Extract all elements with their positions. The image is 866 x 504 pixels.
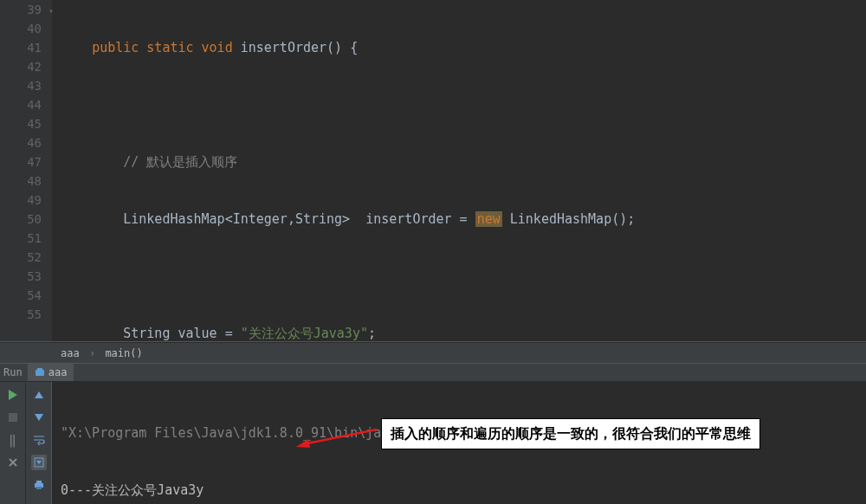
run-label: Run [3, 363, 23, 382]
run-tool-header: Run aaa [0, 363, 866, 382]
console-toolbar-left: ‖ [0, 382, 26, 504]
svg-rect-0 [36, 370, 44, 376]
run-tab-label: aaa [48, 364, 68, 381]
line-number: 48 [0, 171, 42, 191]
stop-button[interactable] [5, 410, 21, 425]
code-text: LinkedHashMap<Integer,String> insertOrde… [61, 211, 475, 227]
run-config-icon [35, 367, 45, 378]
svg-marker-4 [35, 391, 43, 398]
code-text: LinkedHashMap(); [502, 211, 636, 227]
line-number: 40 [0, 19, 42, 38]
line-number: 41 [0, 38, 42, 57]
editor-area: ▾ 39 40 41 42 43 44 45 46 47 48 49 50 51… [0, 0, 866, 342]
breadcrumb-separator: › [89, 347, 95, 359]
line-number: 53 [0, 267, 42, 286]
breadcrumb-item[interactable]: main() [105, 347, 142, 359]
rerun-button[interactable] [5, 387, 21, 403]
pause-button[interactable]: ‖ [5, 432, 21, 448]
scroll-to-end-button[interactable] [31, 455, 47, 470]
print-button[interactable] [31, 477, 47, 493]
code-text: insertOrder() { [233, 40, 359, 55]
line-number: 51 [0, 229, 42, 248]
line-number: 46 [0, 133, 42, 152]
code-editor[interactable]: public static void insertOrder() { // 默认… [52, 0, 866, 341]
code-text: String value = [61, 326, 241, 341]
keyword-new: new [475, 211, 502, 227]
console-toolbar-inner [26, 382, 52, 504]
line-number: 50 [0, 210, 42, 229]
line-number: 47 [0, 152, 42, 171]
line-number: 44 [0, 95, 42, 114]
breadcrumb-item[interactable]: aaa [61, 347, 80, 359]
line-number: 49 [0, 191, 42, 210]
line-number: 52 [0, 248, 42, 267]
run-config-tab[interactable]: aaa [28, 364, 74, 381]
line-number: 43 [0, 76, 42, 95]
exit-button[interactable] [5, 455, 21, 470]
svg-rect-10 [36, 487, 42, 489]
code-text: ; [368, 326, 376, 341]
line-number: 39 [0, 0, 42, 19]
breadcrumb: aaa › main() [0, 342, 866, 363]
down-button[interactable] [31, 410, 47, 425]
comment: // 默认是插入顺序 [61, 154, 237, 170]
code-text [61, 40, 92, 55]
line-gutter: ▾ 39 40 41 42 43 44 45 46 47 48 49 50 51… [0, 0, 52, 341]
fold-icon[interactable]: ▾ [48, 2, 54, 21]
up-button[interactable] [31, 387, 47, 403]
string: "关注公众号Java3y" [241, 326, 368, 341]
console-line: 0---关注公众号Java3y [61, 481, 857, 500]
line-number: 42 [0, 57, 42, 76]
console-area: ‖ "X:\Program Files\Java\jdk1.8.0_91\bin… [0, 382, 866, 504]
svg-marker-5 [35, 414, 43, 421]
line-number: 45 [0, 114, 42, 133]
line-number: 54 [0, 286, 42, 305]
svg-marker-7 [36, 461, 42, 464]
svg-rect-3 [9, 413, 17, 422]
keyword: public static void [92, 40, 233, 55]
line-number: 55 [0, 305, 42, 324]
annotation-callout: 插入的顺序和遍历的顺序是一致的，很符合我们的平常思维 [381, 418, 760, 449]
svg-rect-1 [37, 368, 42, 371]
soft-wrap-button[interactable] [31, 432, 47, 448]
svg-marker-2 [9, 390, 17, 400]
svg-rect-9 [36, 481, 42, 483]
console-output[interactable]: "X:\Program Files\Java\jdk1.8.0_91\bin\j… [52, 382, 866, 504]
